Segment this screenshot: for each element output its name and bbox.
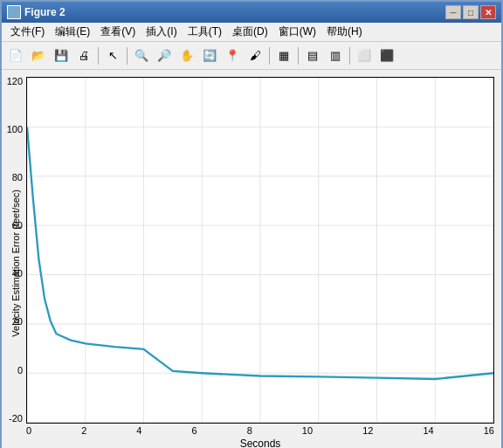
zoom-out-button[interactable]: 🔎 bbox=[154, 45, 175, 66]
menu-insert[interactable]: 插入(I) bbox=[141, 23, 182, 41]
save-button[interactable]: 💾 bbox=[51, 45, 72, 66]
window-title: Figure 2 bbox=[24, 6, 445, 18]
plot-tools-button[interactable]: ▤ bbox=[302, 45, 323, 66]
brush-button[interactable]: 🖌 bbox=[245, 45, 265, 66]
x-tick-0: 0 bbox=[26, 425, 31, 436]
title-bar-buttons: ─ □ ✕ bbox=[445, 5, 496, 19]
data-cursor-button[interactable]: 📍 bbox=[222, 45, 243, 66]
new-button[interactable]: 📄 bbox=[5, 45, 26, 66]
menu-file[interactable]: 文件(F) bbox=[5, 23, 50, 41]
rotate-button[interactable]: 🔄 bbox=[199, 45, 220, 66]
maximize-button[interactable]: □ bbox=[463, 5, 479, 19]
chart-area: Velocity Estimation Error (feet/sec) bbox=[2, 70, 501, 448]
close-button[interactable]: ✕ bbox=[480, 5, 496, 19]
x-ticks: 0 2 4 6 8 10 12 14 16 bbox=[26, 424, 494, 436]
x-tick-12: 12 bbox=[362, 425, 373, 436]
print-button[interactable]: 🖨 bbox=[73, 45, 94, 66]
x-axis-label: Seconds bbox=[240, 438, 281, 448]
menu-edit[interactable]: 编辑(E) bbox=[50, 23, 95, 41]
menu-bar: 文件(F) 编辑(E) 查看(V) 插入(I) 工具(T) 桌面(D) 窗口(W… bbox=[2, 23, 501, 42]
minimize-button[interactable]: ─ bbox=[445, 5, 461, 19]
show-figure-button[interactable]: ⬛ bbox=[376, 45, 397, 66]
select-button[interactable]: ↖ bbox=[102, 45, 123, 66]
toolbar: 📄 📂 💾 🖨 ↖ 🔍 🔎 ✋ 🔄 📍 🖌 ▦ ▤ ▥ ⬜ ⬛ bbox=[2, 42, 501, 70]
plot-container: Velocity Estimation Error (feet/sec) bbox=[9, 77, 494, 448]
pan-button[interactable]: ✋ bbox=[176, 45, 197, 66]
main-window: Figure 2 ─ □ ✕ 文件(F) 编辑(E) 查看(V) 插入(I) 工… bbox=[0, 0, 503, 448]
insert-colorbar-button[interactable]: ▦ bbox=[273, 45, 294, 66]
menu-desktop[interactable]: 桌面(D) bbox=[227, 23, 273, 41]
toolbar-separator-4 bbox=[298, 47, 299, 65]
menu-help[interactable]: 帮助(H) bbox=[321, 23, 368, 41]
show-axes-button[interactable]: ⬜ bbox=[354, 45, 375, 66]
open-button[interactable]: 📂 bbox=[28, 45, 49, 66]
title-bar: Figure 2 ─ □ ✕ bbox=[2, 2, 501, 23]
x-tick-14: 14 bbox=[423, 425, 433, 436]
y-axis-label: Velocity Estimation Error (feet/sec) bbox=[9, 77, 24, 448]
window-icon bbox=[7, 5, 21, 19]
toolbar-separator-5 bbox=[349, 47, 350, 65]
menu-tools[interactable]: 工具(T) bbox=[183, 23, 227, 41]
property-editor-button[interactable]: ▥ bbox=[325, 45, 346, 66]
x-tick-6: 6 bbox=[192, 425, 197, 436]
toolbar-separator-3 bbox=[269, 47, 270, 65]
x-tick-8: 8 bbox=[247, 425, 252, 436]
x-tick-4: 4 bbox=[136, 425, 141, 436]
toolbar-separator-2 bbox=[127, 47, 127, 65]
x-tick-2: 2 bbox=[81, 425, 86, 436]
menu-window[interactable]: 窗口(W) bbox=[273, 23, 321, 41]
x-axis-area: 0 2 4 6 8 10 12 14 16 Seconds bbox=[26, 424, 494, 448]
toolbar-separator-1 bbox=[98, 47, 99, 65]
menu-view[interactable]: 查看(V) bbox=[95, 23, 141, 41]
x-tick-16: 16 bbox=[484, 425, 494, 436]
x-tick-10: 10 bbox=[302, 425, 313, 436]
zoom-in-button[interactable]: 🔍 bbox=[131, 45, 152, 66]
plot-right: 0 2 4 6 8 10 12 14 16 Seconds bbox=[26, 77, 494, 448]
plot-svg[interactable] bbox=[26, 77, 494, 424]
